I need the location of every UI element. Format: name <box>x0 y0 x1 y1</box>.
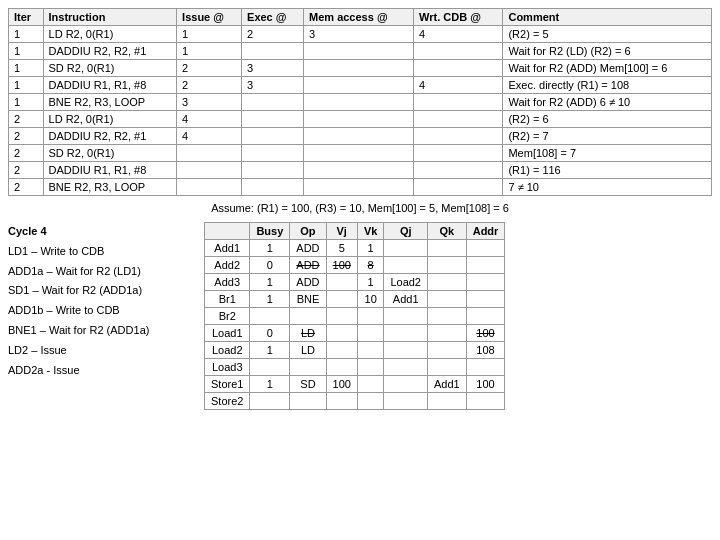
rs-cell-qk <box>427 257 466 274</box>
rs-table-row: Br2 <box>205 308 505 325</box>
col-header-issue--: Issue @ <box>177 9 242 26</box>
cell-mem <box>304 60 414 77</box>
rs-cell-busy: 0 <box>250 325 290 342</box>
cell-comment: Mem[108] = 7 <box>503 145 712 162</box>
rs-cell-name: Add3 <box>205 274 250 291</box>
strikethrough-value: LD <box>301 327 315 339</box>
cell-issue: 4 <box>177 111 242 128</box>
table-row: 1DADDIU R2, R2, #11Wait for R2 (LD) (R2)… <box>9 43 712 60</box>
table-row: 1LD R2, 0(R1)1234(R2) = 5 <box>9 26 712 43</box>
rs-cell-qj: Add1 <box>384 291 428 308</box>
rs-cell-vj <box>326 274 357 291</box>
rs-cell-qj: Load2 <box>384 274 428 291</box>
cell-issue: 3 <box>177 94 242 111</box>
cell-issue: 4 <box>177 128 242 145</box>
cycle-item: BNE1 – Wait for R2 (ADD1a) <box>8 321 188 341</box>
cell-iter: 1 <box>9 26 44 43</box>
rs-cell-op <box>290 308 326 325</box>
cell-exec <box>242 43 304 60</box>
rs-cell-op: ADD <box>290 257 326 274</box>
rs-cell-busy: 1 <box>250 274 290 291</box>
rs-cell-vj: 100 <box>326 376 357 393</box>
rs-cell-qk <box>427 359 466 376</box>
rs-cell-op: ADD <box>290 240 326 257</box>
rs-cell-addr <box>466 308 505 325</box>
cell-exec <box>242 162 304 179</box>
cell-issue <box>177 162 242 179</box>
cycle-item: ADD1b – Write to CDB <box>8 301 188 321</box>
col-header-comment: Comment <box>503 9 712 26</box>
rs-table-row: Load3 <box>205 359 505 376</box>
rs-cell-qj <box>384 240 428 257</box>
rs-cell-op: BNE <box>290 291 326 308</box>
cell-instruction: BNE R2, R3, LOOP <box>43 94 177 111</box>
rs-cell-busy: 1 <box>250 291 290 308</box>
rs-cell-vk <box>357 308 383 325</box>
strikethrough-value: ADD <box>296 259 319 271</box>
cell-wrtcdb: 4 <box>414 26 503 43</box>
rs-col-header: Vj <box>326 223 357 240</box>
cell-mem <box>304 111 414 128</box>
cell-wrtcdb <box>414 128 503 145</box>
rs-table-row: Store11SD100Add1100 <box>205 376 505 393</box>
rs-col-header: Qj <box>384 223 428 240</box>
cell-wrtcdb <box>414 60 503 77</box>
cell-mem <box>304 77 414 94</box>
cell-wrtcdb: 4 <box>414 77 503 94</box>
col-header-mem-access--: Mem access @ <box>304 9 414 26</box>
rs-cell-vk <box>357 342 383 359</box>
rs-cell-vk: 8 <box>357 257 383 274</box>
cell-mem: 3 <box>304 26 414 43</box>
rs-cell-qj <box>384 376 428 393</box>
cell-comment: Exec. directly (R1) = 108 <box>503 77 712 94</box>
rs-cell-addr <box>466 291 505 308</box>
cell-iter: 1 <box>9 43 44 60</box>
cycle-title: Cycle 4 <box>8 225 47 237</box>
cell-exec: 3 <box>242 77 304 94</box>
rs-cell-op: LD <box>290 342 326 359</box>
cell-exec <box>242 128 304 145</box>
cell-iter: 2 <box>9 111 44 128</box>
cycle-info: Cycle 4 LD1 – Write to CDBADD1a – Wait f… <box>8 222 188 410</box>
table-row: 1DADDIU R1, R1, #8234Exec. directly (R1)… <box>9 77 712 94</box>
rs-col-header: Qk <box>427 223 466 240</box>
rs-cell-busy: 0 <box>250 257 290 274</box>
rs-cell-qj <box>384 342 428 359</box>
cell-instruction: SD R2, 0(R1) <box>43 60 177 77</box>
cell-comment: (R2) = 7 <box>503 128 712 145</box>
cell-mem <box>304 179 414 196</box>
col-header-wrt--cdb--: Wrt. CDB @ <box>414 9 503 26</box>
table-row: 1BNE R2, R3, LOOP3Wait for R2 (ADD) 6 ≠ … <box>9 94 712 111</box>
cell-instruction: LD R2, 0(R1) <box>43 26 177 43</box>
cell-issue <box>177 179 242 196</box>
cell-exec: 3 <box>242 60 304 77</box>
cell-mem <box>304 94 414 111</box>
cell-exec <box>242 145 304 162</box>
cell-comment: (R2) = 6 <box>503 111 712 128</box>
rs-col-header: Vk <box>357 223 383 240</box>
rs-cell-name: Load2 <box>205 342 250 359</box>
rs-cell-qk <box>427 393 466 410</box>
rs-cell-qk <box>427 291 466 308</box>
rs-cell-qk <box>427 240 466 257</box>
cell-exec <box>242 179 304 196</box>
cycle-item: ADD2a - Issue <box>8 361 188 381</box>
rs-cell-name: Br2 <box>205 308 250 325</box>
rs-col-header: Busy <box>250 223 290 240</box>
rs-cell-qj <box>384 325 428 342</box>
rs-cell-busy <box>250 308 290 325</box>
cell-iter: 1 <box>9 77 44 94</box>
rs-cell-addr <box>466 257 505 274</box>
rs-cell-vk <box>357 325 383 342</box>
table-row: 2LD R2, 0(R1)4(R2) = 6 <box>9 111 712 128</box>
table-row: 1SD R2, 0(R1)23Wait for R2 (ADD) Mem[100… <box>9 60 712 77</box>
rs-cell-name: Store1 <box>205 376 250 393</box>
rs-cell-busy: 1 <box>250 376 290 393</box>
cell-issue: 1 <box>177 26 242 43</box>
rs-table-row: Load21LD108 <box>205 342 505 359</box>
col-header-exec--: Exec @ <box>242 9 304 26</box>
rs-cell-name: Br1 <box>205 291 250 308</box>
cell-issue <box>177 145 242 162</box>
cell-comment: Wait for R2 (ADD) 6 ≠ 10 <box>503 94 712 111</box>
rs-cell-vj <box>326 342 357 359</box>
